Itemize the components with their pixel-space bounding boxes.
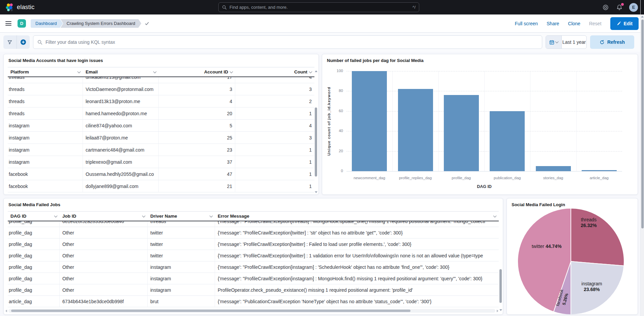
table-row[interactable]: profile_dagOtherinstagram{'message': "Pr… bbox=[8, 273, 499, 284]
cell-job-id: Other bbox=[60, 227, 148, 238]
table-row[interactable]: instagramtriplexexo@gmail.com371 bbox=[8, 156, 314, 168]
scroll-right-arrow-icon[interactable] bbox=[497, 310, 498, 312]
column-header-account-id[interactable]: Account ID bbox=[159, 69, 235, 74]
table-row[interactable]: instagramleilaa87@proton.me253 bbox=[8, 132, 314, 144]
grid-hline bbox=[346, 171, 622, 171]
cell-count: 4 bbox=[235, 123, 314, 128]
cell-account-id: 17 bbox=[159, 77, 235, 83]
cell-job-id: 681e028f52a2833d56e06a46 bbox=[60, 221, 148, 227]
user-avatar[interactable]: E bbox=[629, 3, 638, 12]
table-row[interactable]: instagramciline874@yahoo.com54 bbox=[8, 120, 314, 132]
bar-publication-dag[interactable] bbox=[490, 111, 525, 171]
panel-login-issues: Social Media Accounts that have login is… bbox=[3, 54, 319, 195]
x-tick-label-stories-dag: stories_dag bbox=[530, 176, 576, 180]
table-row[interactable]: profile_dagOthertwitter{'message': "Prof… bbox=[8, 227, 499, 239]
vertical-scrollbar-thumb[interactable] bbox=[499, 269, 502, 303]
table-row[interactable]: article_dag6734b6434e1be3dce0db998fbrut{… bbox=[8, 296, 499, 307]
table-row[interactable]: threadsleonard13k13@proton.me42 bbox=[8, 95, 314, 107]
column-header-label: Error Message bbox=[218, 214, 249, 219]
reset-button[interactable]: Reset bbox=[589, 21, 602, 26]
x-tick-label-profile-replies-dag: profile_replies_dag bbox=[392, 176, 438, 180]
table-row[interactable]: facebookOussema.hedhly2055@gmail.co471 bbox=[8, 168, 314, 180]
horizontal-scrollbar-thumb[interactable] bbox=[11, 310, 410, 312]
breadcrumb-current-dashboard[interactable]: Crawling System Errors Dashboard bbox=[61, 19, 142, 28]
column-header-email[interactable]: Email bbox=[83, 69, 159, 74]
cell-dag-id: profile_dag bbox=[8, 273, 60, 284]
bar-stories-dag[interactable] bbox=[536, 166, 571, 171]
panel-failed-jobs-table: Social Media Failed Jobs DAG IDJob IDDri… bbox=[3, 198, 503, 315]
table-row[interactable]: profile_dagOthertwitter{'message': 'Prof… bbox=[8, 239, 499, 250]
kql-filter-input[interactable] bbox=[45, 39, 538, 45]
column-header-count[interactable]: Count bbox=[235, 69, 314, 74]
column-header-label: Job ID bbox=[62, 214, 76, 219]
cell-count: 1 bbox=[235, 171, 314, 177]
filter-funnel-icon[interactable] bbox=[3, 35, 17, 49]
saved-check-icon[interactable] bbox=[145, 21, 149, 26]
scroll-up-arrow-icon[interactable] bbox=[315, 70, 317, 72]
column-header-driver-name[interactable]: Driver Name bbox=[148, 214, 215, 219]
table-row[interactable]: profile_dag681e028f52a2833d56e06a46threa… bbox=[8, 221, 499, 227]
horizontal-scrollbar[interactable] bbox=[8, 309, 495, 313]
column-header-platform[interactable]: Platform bbox=[8, 69, 83, 74]
breadcrumb-dashboard[interactable]: Dashboard bbox=[31, 19, 63, 28]
table-row[interactable]: profile_dagOthertwitter{'message': 'Prof… bbox=[8, 250, 499, 261]
scroll-down-arrow-icon[interactable] bbox=[315, 191, 317, 193]
kql-filter[interactable] bbox=[33, 35, 542, 49]
global-search[interactable]: ^/ bbox=[218, 2, 419, 12]
cell-dag-id: profile_dag bbox=[8, 250, 60, 261]
deployment-badge[interactable]: D bbox=[18, 19, 26, 28]
bar-profile-replies-dag[interactable] bbox=[398, 89, 433, 171]
vertical-scrollbar[interactable] bbox=[314, 78, 318, 192]
vertical-scrollbar[interactable] bbox=[499, 222, 502, 306]
scroll-up-arrow-icon[interactable] bbox=[641, 16, 644, 18]
bar-profile-dag[interactable] bbox=[444, 95, 479, 171]
app-header: elastic ^/ E bbox=[0, 0, 644, 14]
column-header-job-id[interactable]: Job ID bbox=[60, 214, 148, 219]
cell-count: 2 bbox=[235, 99, 314, 104]
table-row[interactable]: profile_dagOtherinstagram{'message': "Pr… bbox=[8, 261, 499, 273]
clone-button[interactable]: Clone bbox=[568, 21, 580, 26]
cell-driver-name: brut bbox=[148, 296, 215, 307]
scroll-down-arrow-icon[interactable] bbox=[499, 309, 502, 311]
page-scrollbar-thumb[interactable] bbox=[641, 20, 644, 228]
pie-label-percent: 26.32% bbox=[581, 223, 596, 228]
table-row[interactable]: threadsVictoDaemeon@protonmail.com33 bbox=[8, 83, 314, 95]
notifications-bell-icon[interactable] bbox=[615, 3, 623, 11]
table-row[interactable]: threadshamed.hameedo@proton.me201 bbox=[8, 107, 314, 120]
table-row[interactable]: profile_dagOtherinstagramProfileOperator… bbox=[8, 284, 499, 296]
notification-dot bbox=[621, 3, 624, 6]
cell-error-message: {'message': "ProfileCrawlException[insta… bbox=[215, 264, 499, 270]
help-icon[interactable] bbox=[602, 3, 610, 11]
grid-hline bbox=[346, 131, 622, 131]
sort-chevron-icon bbox=[230, 70, 233, 73]
sort-chevron-icon bbox=[142, 214, 146, 217]
elastic-logo[interactable]: elastic bbox=[5, 3, 34, 11]
bar-article-dag[interactable] bbox=[582, 170, 617, 171]
table-row[interactable]: facebookdollyjane899@gmail.com211 bbox=[8, 180, 314, 192]
bar-newcomment-dag[interactable] bbox=[352, 71, 387, 171]
column-header-dag-id[interactable]: DAG ID bbox=[8, 214, 60, 219]
global-search-input[interactable] bbox=[229, 5, 410, 10]
vertical-scrollbar-thumb[interactable] bbox=[315, 107, 317, 177]
page-vertical-scrollbar[interactable] bbox=[640, 0, 644, 316]
add-filter-icon[interactable] bbox=[17, 35, 30, 49]
menu-hamburger-icon[interactable] bbox=[5, 21, 11, 26]
sort-chevron-icon bbox=[153, 70, 157, 73]
full-screen-button[interactable]: Full screen bbox=[515, 21, 538, 26]
scroll-left-arrow-icon[interactable] bbox=[5, 310, 7, 312]
cell-driver-name: instagram bbox=[148, 273, 215, 284]
panel-title: Social Media Accounts that have login is… bbox=[8, 58, 103, 63]
time-range-value[interactable]: Last 1 year bbox=[562, 36, 586, 49]
column-header-error-message[interactable]: Error Message bbox=[215, 214, 499, 219]
y-tick-label: 0 bbox=[328, 169, 343, 173]
calendar-icon[interactable] bbox=[546, 36, 562, 49]
table-row[interactable]: threadsumkadem213@gmail.com174 bbox=[8, 77, 314, 83]
table-row[interactable]: instagramcartmaneric484@gmail.com231 bbox=[8, 144, 314, 156]
panel-title: Social Media Failed Jobs bbox=[8, 202, 60, 207]
column-header-label: Count bbox=[294, 69, 307, 74]
pie-label-instagram: instagram23.68% bbox=[581, 281, 602, 292]
share-button[interactable]: Share bbox=[547, 21, 559, 26]
refresh-button[interactable]: Refresh bbox=[590, 35, 634, 49]
table-header-row: PlatformEmailAccount IDCount bbox=[8, 67, 314, 77]
edit-button[interactable]: Edit bbox=[610, 17, 639, 30]
